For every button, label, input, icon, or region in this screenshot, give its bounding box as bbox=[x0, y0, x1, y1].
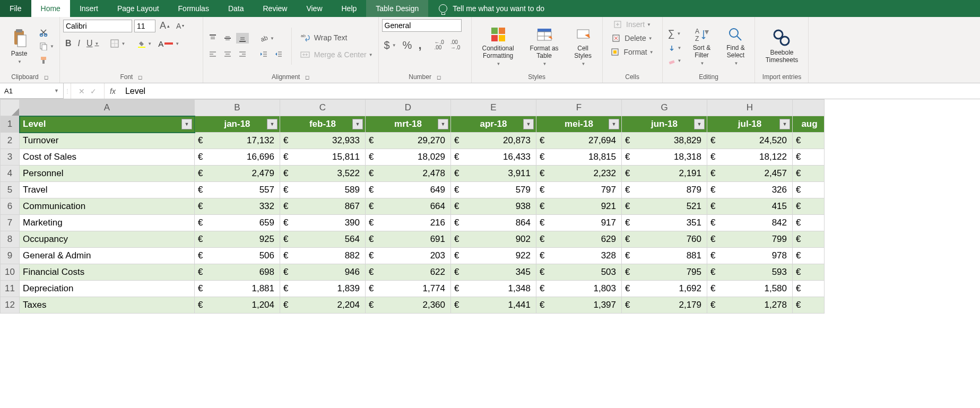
table-cell[interactable]: Turnover bbox=[20, 133, 195, 149]
column-header[interactable] bbox=[793, 100, 825, 116]
align-right-icon[interactable] bbox=[236, 49, 249, 59]
cut-button[interactable] bbox=[37, 27, 56, 38]
format-painter-button[interactable] bbox=[37, 55, 56, 65]
tab-view[interactable]: View bbox=[297, 0, 332, 17]
table-cell[interactable]: Taxes bbox=[20, 297, 195, 314]
merge-center-button[interactable]: Merge & Center▼ bbox=[298, 49, 375, 60]
table-cell[interactable]: €867 bbox=[280, 198, 366, 215]
row-header[interactable]: 11 bbox=[1, 281, 20, 297]
table-cell[interactable]: €589 bbox=[280, 182, 366, 198]
table-cell[interactable]: €521 bbox=[622, 198, 707, 215]
table-cell[interactable]: Cost of Sales bbox=[20, 149, 195, 166]
table-cell[interactable]: €18,122 bbox=[707, 149, 793, 166]
font-dialog-icon[interactable]: ◻ bbox=[138, 74, 142, 80]
number-dialog-icon[interactable]: ◻ bbox=[437, 74, 441, 80]
align-top-icon[interactable] bbox=[206, 33, 219, 44]
table-cell[interactable]: €20,873 bbox=[451, 133, 536, 149]
row-header[interactable]: 8 bbox=[1, 231, 20, 248]
tab-help[interactable]: Help bbox=[332, 0, 367, 17]
table-cell[interactable]: €691 bbox=[366, 231, 451, 248]
underline-button[interactable]: U▼ bbox=[84, 38, 101, 49]
clear-button[interactable]: ▼ bbox=[666, 56, 684, 66]
tab-review[interactable]: Review bbox=[254, 0, 297, 17]
table-cell[interactable]: €564 bbox=[280, 231, 366, 248]
table-cell[interactable]: €18,318 bbox=[622, 149, 707, 166]
table-cell[interactable]: €659 bbox=[195, 215, 280, 231]
table-cell[interactable]: €351 bbox=[622, 215, 707, 231]
table-cell[interactable]: € bbox=[793, 297, 825, 314]
column-header[interactable]: H bbox=[707, 100, 793, 116]
table-cell[interactable]: €16,433 bbox=[451, 149, 536, 166]
table-cell[interactable]: €2,457 bbox=[707, 166, 793, 182]
row-header[interactable]: 5 bbox=[1, 182, 20, 198]
filter-dropdown-icon[interactable]: ▼ bbox=[694, 119, 705, 129]
row-header[interactable]: 2 bbox=[1, 133, 20, 149]
comma-format-icon[interactable]: , bbox=[416, 37, 423, 53]
table-cell[interactable]: € bbox=[793, 198, 825, 215]
table-cell[interactable]: €922 bbox=[451, 248, 536, 264]
table-cell[interactable]: €1,397 bbox=[536, 297, 622, 314]
table-cell[interactable]: €1,839 bbox=[280, 281, 366, 297]
align-left-icon[interactable] bbox=[206, 49, 219, 59]
paste-button[interactable]: Paste▼ bbox=[3, 28, 35, 65]
table-cell[interactable]: € bbox=[793, 231, 825, 248]
table-header-cell[interactable]: jul-18▼ bbox=[707, 116, 793, 133]
table-header-cell[interactable]: feb-18▼ bbox=[280, 116, 366, 133]
table-cell[interactable]: €332 bbox=[195, 198, 280, 215]
increase-font-icon[interactable]: A▴ bbox=[158, 19, 172, 32]
align-middle-icon[interactable] bbox=[221, 33, 234, 44]
filter-dropdown-icon[interactable]: ▼ bbox=[779, 119, 790, 129]
row-header[interactable]: 7 bbox=[1, 215, 20, 231]
table-cell[interactable]: €797 bbox=[536, 182, 622, 198]
table-cell[interactable]: €879 bbox=[622, 182, 707, 198]
table-cell[interactable]: € bbox=[793, 182, 825, 198]
table-cell[interactable]: €882 bbox=[280, 248, 366, 264]
beebole-timesheets-button[interactable]: Beebole Timesheets bbox=[758, 28, 805, 65]
column-header[interactable]: E bbox=[451, 100, 536, 116]
number-format-combo[interactable] bbox=[382, 19, 462, 32]
font-color-button[interactable]: A▼ bbox=[156, 38, 181, 49]
filter-dropdown-icon[interactable]: ▼ bbox=[523, 119, 534, 129]
table-cell[interactable]: €326 bbox=[707, 182, 793, 198]
tab-data[interactable]: Data bbox=[219, 0, 254, 17]
font-size-combo[interactable] bbox=[134, 20, 155, 32]
table-cell[interactable]: €27,694 bbox=[536, 133, 622, 149]
table-cell[interactable]: € bbox=[793, 248, 825, 264]
row-header[interactable]: 1 bbox=[1, 116, 20, 133]
table-cell[interactable]: €629 bbox=[536, 231, 622, 248]
tab-page-layout[interactable]: Page Layout bbox=[108, 0, 169, 17]
table-cell[interactable]: €579 bbox=[451, 182, 536, 198]
table-cell[interactable]: €946 bbox=[280, 264, 366, 281]
column-header[interactable]: A bbox=[20, 100, 195, 116]
decrease-indent-icon[interactable] bbox=[257, 49, 270, 59]
table-header-cell[interactable]: aug bbox=[793, 116, 825, 133]
table-cell[interactable]: €328 bbox=[536, 248, 622, 264]
row-header[interactable]: 10 bbox=[1, 264, 20, 281]
sort-filter-button[interactable]: AZ Sort & Filter▼ bbox=[686, 26, 717, 67]
table-header-cell[interactable]: mei-18▼ bbox=[536, 116, 622, 133]
chevron-down-icon[interactable]: ▼ bbox=[54, 88, 59, 93]
fx-icon[interactable]: fx bbox=[105, 87, 121, 96]
tab-insert[interactable]: Insert bbox=[70, 0, 108, 17]
formula-input[interactable] bbox=[121, 86, 980, 96]
table-cell[interactable]: Marketing bbox=[20, 215, 195, 231]
decrease-decimal-icon[interactable]: .00→.0 bbox=[448, 39, 462, 51]
table-cell[interactable]: € bbox=[793, 149, 825, 166]
copy-button[interactable]: ▼ bbox=[37, 41, 56, 51]
column-header[interactable]: C bbox=[280, 100, 366, 116]
table-cell[interactable]: €29,270 bbox=[366, 133, 451, 149]
decrease-font-icon[interactable]: A▾ bbox=[174, 21, 186, 31]
table-cell[interactable]: €3,522 bbox=[280, 166, 366, 182]
accounting-format-icon[interactable]: $▼ bbox=[382, 38, 398, 53]
table-cell[interactable]: €38,829 bbox=[622, 133, 707, 149]
insert-cells-button[interactable]: Insert▼ bbox=[611, 19, 653, 30]
increase-decimal-icon[interactable]: ←.0.00 bbox=[432, 39, 446, 51]
orientation-icon[interactable]: ab▼ bbox=[257, 33, 276, 44]
table-cell[interactable]: €18,029 bbox=[366, 149, 451, 166]
table-cell[interactable]: €917 bbox=[536, 215, 622, 231]
table-cell[interactable]: €2,191 bbox=[622, 166, 707, 182]
tab-formulas[interactable]: Formulas bbox=[169, 0, 219, 17]
enter-formula-icon[interactable]: ✓ bbox=[90, 87, 97, 96]
percent-format-icon[interactable]: % bbox=[401, 38, 414, 53]
table-cell[interactable]: €864 bbox=[451, 215, 536, 231]
